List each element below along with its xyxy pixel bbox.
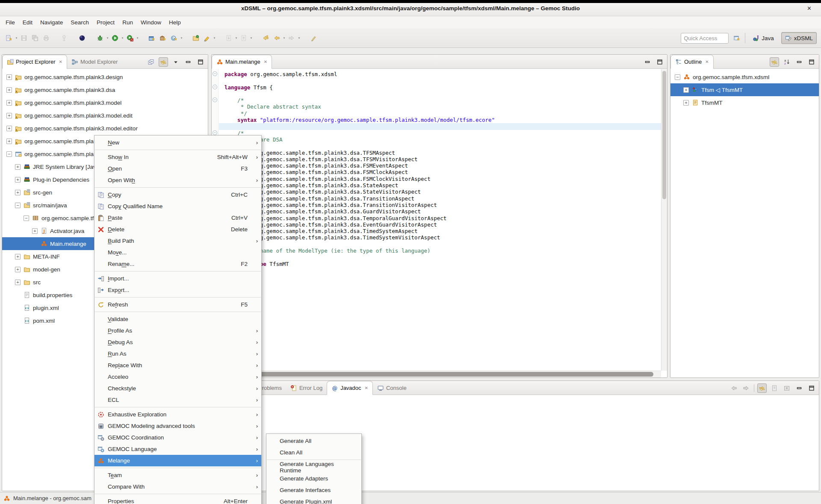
collapse-all-icon[interactable] — [146, 57, 156, 67]
tree-item-tfsmmt[interactable]: +TfsmMT — [670, 96, 819, 109]
last-edit-location-icon[interactable] — [308, 32, 319, 44]
expand-icon[interactable]: + — [15, 164, 21, 170]
back-icon-gray[interactable] — [729, 383, 738, 393]
expand-icon[interactable]: + — [15, 190, 21, 195]
expand-icon[interactable]: + — [15, 280, 21, 285]
menu-item-new[interactable]: New› — [95, 137, 261, 148]
back-icon[interactable] — [272, 32, 282, 44]
link-with-editor-icon[interactable] — [770, 57, 779, 67]
tab-close-icon[interactable]: ✕ — [705, 59, 709, 64]
menu-item-compare-with[interactable]: Compare With› — [95, 481, 261, 492]
expand-icon[interactable]: + — [6, 139, 12, 144]
tab-error-log[interactable]: Error Log — [286, 381, 327, 395]
mark-occurrences-icon[interactable] — [202, 32, 212, 44]
dropdown-chevron-icon[interactable]: ▼ — [213, 32, 216, 44]
tab-close-icon[interactable]: ✕ — [59, 59, 62, 64]
fold-collapse-icon[interactable]: − — [213, 97, 217, 102]
new-groovy-icon[interactable] — [169, 32, 179, 44]
expand-icon[interactable]: + — [15, 267, 21, 272]
quick-access-input[interactable] — [681, 33, 729, 44]
editor-content[interactable]: −−−− package org.gemoc.sample.tfsm.xdsml… — [212, 69, 661, 371]
expand-icon[interactable]: + — [32, 228, 38, 234]
menu-item-team[interactable]: Team› — [95, 469, 261, 481]
forward-icon[interactable] — [286, 32, 297, 44]
run-history-icon[interactable] — [125, 32, 135, 44]
menu-help[interactable]: Help — [165, 18, 185, 27]
menu-item-properties[interactable]: PropertiesAlt+Enter — [95, 495, 261, 504]
minimize-icon[interactable] — [794, 57, 804, 67]
save-all-icon[interactable] — [30, 32, 40, 44]
open-resource-icon[interactable] — [191, 32, 201, 44]
menu-item-delete[interactable]: DeleteDelete — [95, 224, 261, 235]
menu-item-debug-as[interactable]: Debug As› — [95, 336, 261, 348]
menu-item-replace-with[interactable]: Replace With› — [95, 360, 261, 371]
collapse-icon[interactable]: − — [15, 203, 21, 208]
dropdown-chevron-icon[interactable]: ▼ — [249, 32, 253, 44]
dropdown-chevron-icon[interactable]: ▼ — [282, 32, 286, 44]
outline-tree[interactable]: −org.gemoc.sample.tfsm.xdsml+Tfsm ◁ Tfsm… — [670, 69, 819, 377]
expand-icon[interactable]: + — [683, 100, 689, 106]
menu-item-clean-all[interactable]: Clean All — [266, 447, 361, 458]
run-icon[interactable] — [110, 32, 120, 44]
tree-item-org-gemoc-sample-tfsm-plaink3-model-edit[interactable]: +org.gemoc.sample.tfsm.plaink3.model.edi… — [2, 109, 208, 122]
maximize-icon[interactable] — [655, 57, 664, 67]
sort-az-icon[interactable]: az — [782, 57, 791, 67]
tab-console[interactable]: Console — [373, 381, 411, 395]
menu-item-import[interactable]: Import... — [95, 273, 261, 284]
dropdown-chevron-icon[interactable]: ▼ — [121, 32, 124, 44]
menu-item-checkstyle[interactable]: Checkstyle› — [95, 383, 261, 394]
menu-item-export[interactable]: Export... — [95, 284, 261, 296]
next-annotation-icon[interactable] — [224, 32, 234, 44]
editor-horizontal-scrollbar[interactable] — [212, 371, 661, 377]
forward-icon-gray[interactable] — [741, 383, 751, 393]
menu-item-gemoc-language[interactable]: GEMOC Language› — [95, 443, 261, 455]
dropdown-chevron-icon[interactable]: ▼ — [136, 32, 139, 44]
link-with-editor-icon[interactable] — [159, 57, 168, 67]
menu-item-refresh[interactable]: RefreshF5 — [95, 299, 261, 310]
collapse-icon[interactable]: − — [6, 151, 12, 157]
open-perspective-icon[interactable] — [732, 33, 741, 43]
menu-item-run-as[interactable]: Run As› — [95, 348, 261, 360]
menu-item-acceleo[interactable]: Acceleo› — [95, 371, 261, 383]
java-app-icon[interactable] — [77, 32, 87, 44]
fold-collapse-icon[interactable]: − — [213, 85, 217, 89]
tree-item-org-gemoc-sample-tfsm-plaink3-design[interactable]: +org.gemoc.sample.tfsm.plaink3.design — [2, 71, 208, 83]
menu-item-gemoc-modeling-advanced-tools[interactable]: MGEMOC Modeling advanced tools› — [95, 420, 261, 432]
debug-icon[interactable] — [95, 32, 105, 44]
print-icon[interactable] — [41, 32, 51, 44]
menu-run[interactable]: Run — [118, 18, 137, 27]
new-java-project-icon[interactable] — [147, 32, 157, 44]
menu-edit[interactable]: Edit — [19, 18, 36, 27]
perspective-java-button[interactable]: J Java — [749, 32, 778, 44]
menu-navigate[interactable]: Navigate — [36, 18, 67, 27]
menu-item-generate-interfaces[interactable]: Generate Interfaces — [266, 484, 361, 496]
tab-close-icon[interactable]: ✕ — [365, 386, 368, 390]
expand-icon[interactable]: + — [6, 87, 12, 93]
dropdown-chevron-icon[interactable]: ▼ — [106, 32, 109, 44]
expand-icon[interactable]: + — [6, 74, 12, 80]
link-with-editor-icon[interactable] — [757, 383, 767, 393]
editor-vertical-scrollbar[interactable] — [661, 69, 667, 371]
tab-close-icon[interactable]: ✕ — [264, 59, 267, 64]
pin-icon[interactable] — [59, 32, 69, 44]
dropdown-chevron-icon[interactable]: ▼ — [234, 32, 238, 44]
expand-icon[interactable]: + — [15, 254, 21, 259]
menu-file[interactable]: File — [2, 18, 19, 27]
menu-item-ecl[interactable]: ECL› — [95, 394, 261, 406]
view-menu-icon[interactable] — [171, 57, 180, 67]
menu-item-generate-all[interactable]: Generate All — [266, 435, 361, 447]
collapse-icon[interactable]: − — [675, 74, 680, 80]
menu-search[interactable]: Search — [67, 18, 93, 27]
expand-icon[interactable]: + — [683, 87, 689, 93]
expand-icon[interactable]: + — [6, 100, 12, 106]
tree-item-org-gemoc-sample-tfsm-plaink3-dsa[interactable]: +org.gemoc.sample.tfsm.plaink3.dsa — [2, 83, 208, 96]
dropdown-chevron-icon[interactable]: ▼ — [180, 32, 183, 44]
expand-icon[interactable]: + — [6, 113, 12, 118]
dropdown-chevron-icon[interactable]: ▼ — [15, 32, 18, 44]
expand-icon[interactable]: + — [15, 177, 21, 183]
minimize-icon[interactable] — [794, 383, 804, 393]
menu-item-generate-adapters[interactable]: Generate Adapters — [266, 473, 361, 484]
previous-edit-icon[interactable] — [260, 32, 271, 44]
tab-model-explorer[interactable]: Model Explorer — [67, 55, 122, 69]
tree-item-org-gemoc-sample-tfsm-xdsml[interactable]: −org.gemoc.sample.tfsm.xdsml — [670, 71, 819, 83]
